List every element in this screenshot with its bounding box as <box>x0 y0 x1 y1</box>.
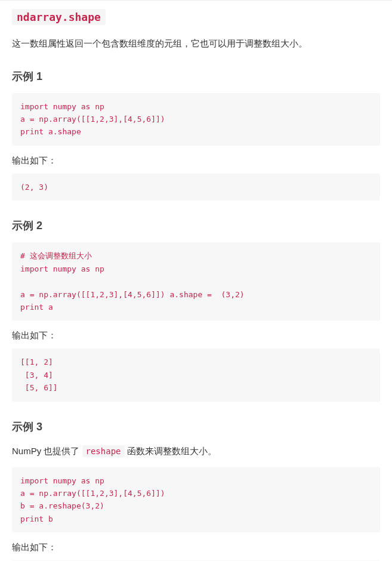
page-title: ndarray.shape <box>12 10 380 24</box>
document-container: ndarray.shape 这一数组属性返回一个包含数组维度的元组，它也可以用于… <box>0 0 392 561</box>
example-1-output: (2, 3) <box>12 174 380 201</box>
example-2-output-label: 输出如下： <box>12 330 380 341</box>
inline-code-reshape: reshape <box>82 445 125 457</box>
example-3-desc: NumPy 也提供了 reshape 函数来调整数组大小。 <box>12 443 380 459</box>
example-2-heading: 示例 2 <box>12 218 380 233</box>
example-2-code: # 这会调整数组大小 import numpy as np a = np.arr… <box>12 242 380 320</box>
example-1-output-label: 输出如下： <box>12 155 380 167</box>
example-2-output: [[1, 2] [3, 4] [5, 6]] <box>12 349 380 401</box>
intro-paragraph: 这一数组属性返回一个包含数组维度的元组，它也可以用于调整数组大小。 <box>12 36 380 51</box>
example-3-heading: 示例 3 <box>12 420 380 434</box>
title-code: ndarray.shape <box>12 9 106 25</box>
example-3-output-label: 输出如下： <box>12 542 380 553</box>
desc-text-after: 函数来调整数组大小。 <box>125 446 217 456</box>
example-3-code: import numpy as np a = np.array([[1,2,3]… <box>12 467 380 533</box>
desc-text-before: NumPy 也提供了 <box>12 446 82 456</box>
example-1-heading: 示例 1 <box>12 69 380 84</box>
example-1-code: import numpy as np a = np.array([[1,2,3]… <box>12 93 380 146</box>
